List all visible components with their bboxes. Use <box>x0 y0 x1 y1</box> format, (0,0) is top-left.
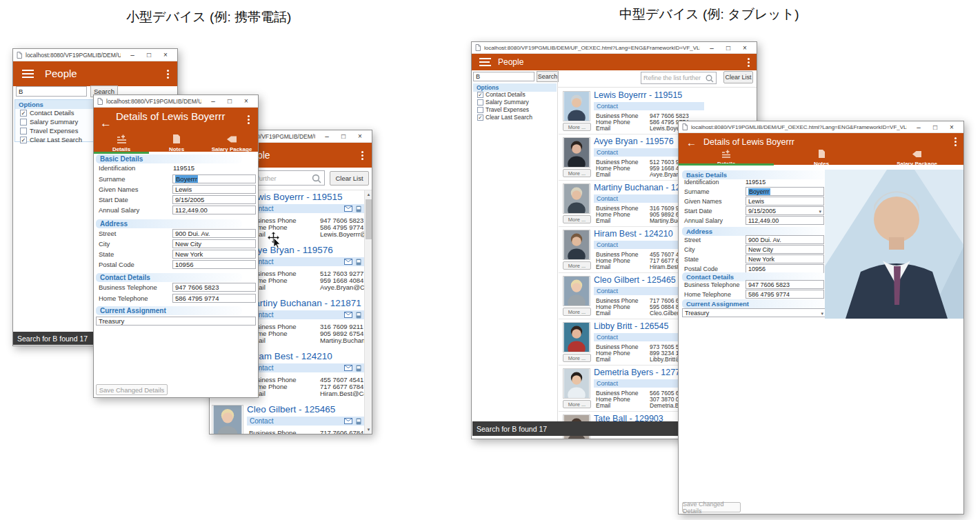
start-date-field[interactable]: 9/15/2005 <box>172 195 256 204</box>
person-name-link[interactable]: Lewis Boyerrr - 119515 <box>594 90 682 100</box>
kebab-menu-icon[interactable] <box>361 154 363 157</box>
more-button[interactable]: More ... <box>563 261 591 270</box>
back-arrow-icon[interactable]: ← <box>100 117 112 129</box>
minimize-button[interactable]: – <box>910 121 927 133</box>
minimize-button[interactable]: – <box>703 42 720 54</box>
option-contact-details[interactable]: ✓Contact Details <box>477 91 526 98</box>
person-name-link[interactable]: Avye Bryan - 119576 <box>594 137 674 146</box>
maximize-button[interactable]: □ <box>141 49 157 61</box>
dropdown-caret-icon[interactable]: ▾ <box>819 209 821 214</box>
annual-salary-field[interactable]: 112,449.00 <box>172 206 256 214</box>
person-name-link[interactable]: Lewis Boyerrr - 119515 <box>247 192 343 202</box>
street-field[interactable]: 900 Dui. Av. <box>172 229 256 238</box>
person-name-link[interactable]: Martiny Buchanan - 121871 <box>247 298 361 308</box>
checkbox[interactable]: ✓ <box>477 114 483 121</box>
option-salary-summary[interactable]: Salary Summary <box>477 99 529 106</box>
kebab-menu-icon[interactable] <box>748 61 750 63</box>
tab-details[interactable]: Details <box>94 134 149 152</box>
city-field[interactable]: New City <box>746 245 824 254</box>
more-button[interactable]: More ... <box>563 400 591 408</box>
close-button[interactable]: × <box>238 95 254 107</box>
home-telephone-field[interactable]: 586 4795 9774 <box>172 294 256 303</box>
start-date-field[interactable]: 9/15/2005▾ <box>746 206 824 215</box>
person-name-link[interactable]: Libby Britt - 126545 <box>594 321 668 331</box>
search-button[interactable]: Search <box>537 71 559 82</box>
annual-salary-field[interactable]: 112,449.00 <box>746 216 824 225</box>
more-button[interactable]: More ... <box>563 354 591 362</box>
back-arrow-icon[interactable]: ← <box>686 137 697 148</box>
scrollbar[interactable]: ▲ ▼ <box>364 190 372 434</box>
maximize-button[interactable]: □ <box>335 130 352 142</box>
person-name-link[interactable]: Hiram Best - 124210 <box>247 351 332 361</box>
scrollbar-thumb[interactable] <box>366 199 372 239</box>
more-button[interactable]: More ... <box>563 123 591 131</box>
mobile-icon[interactable] <box>356 259 361 266</box>
mobile-icon[interactable] <box>356 418 361 425</box>
clear-list-button[interactable]: Clear List <box>330 171 369 186</box>
maximize-button[interactable]: □ <box>927 121 943 133</box>
minimize-button[interactable]: – <box>124 49 141 61</box>
mobile-icon[interactable] <box>356 312 361 319</box>
option-salary-summary[interactable]: Salary Summary <box>20 118 78 126</box>
checkbox[interactable] <box>477 99 483 106</box>
close-button[interactable]: × <box>737 42 753 54</box>
person-name-link[interactable]: Cleo Gilbert - 125465 <box>247 404 335 414</box>
more-button[interactable]: More ... <box>563 308 591 316</box>
save-changed-details-button[interactable]: Save Changed Details <box>96 384 168 395</box>
option-clear-last-search[interactable]: ✓Clear Last Search <box>20 136 82 143</box>
close-button[interactable]: × <box>352 130 368 142</box>
person-name-link[interactable]: Avye Bryan - 119576 <box>247 245 333 255</box>
tab-notes[interactable]: Notes <box>149 134 204 152</box>
business-telephone-field[interactable]: 947 7606 5823 <box>172 283 256 292</box>
hamburger-menu-icon[interactable] <box>22 73 34 74</box>
more-button[interactable]: More ... <box>563 215 591 223</box>
checkbox[interactable]: ✓ <box>477 92 483 98</box>
checkbox[interactable]: ✓ <box>20 110 27 117</box>
person-name-link[interactable]: Hiram Best - 124210 <box>594 229 673 239</box>
option-clear-last-search[interactable]: ✓Clear Last Search <box>477 114 532 121</box>
minimize-button[interactable]: – <box>319 130 335 142</box>
option-contact-details[interactable]: ✓Contact Details <box>20 109 74 117</box>
more-button[interactable]: More ... <box>563 169 591 177</box>
search-input[interactable]: B <box>16 86 87 97</box>
current-assignment-field[interactable]: Treasury <box>96 317 256 326</box>
email-icon[interactable] <box>344 259 352 265</box>
kebab-menu-icon[interactable] <box>167 73 169 75</box>
city-field[interactable]: New City <box>172 239 256 248</box>
email-icon[interactable] <box>344 312 352 318</box>
dropdown-caret-icon[interactable]: ▾ <box>821 311 823 317</box>
tab-salary-package[interactable]: Salary Package <box>869 148 964 167</box>
surname-field[interactable]: Boyerrr <box>172 174 256 183</box>
mobile-icon[interactable] <box>356 365 361 372</box>
close-button[interactable]: × <box>157 49 174 61</box>
option-travel-expenses[interactable]: Travel Expenses <box>477 106 529 113</box>
state-field[interactable]: New York <box>746 254 824 263</box>
minimize-button[interactable]: – <box>205 95 221 107</box>
search-input[interactable]: B <box>473 72 534 81</box>
save-changed-details-button[interactable]: Save Changed Details <box>682 502 741 512</box>
tab-notes[interactable]: Notes <box>774 148 869 167</box>
given-names-field[interactable]: Lewis <box>746 197 824 206</box>
checkbox[interactable] <box>477 107 483 113</box>
scroll-up-icon[interactable]: ▲ <box>365 190 372 199</box>
email-icon[interactable] <box>344 206 352 212</box>
checkbox[interactable] <box>20 119 27 126</box>
home-telephone-field[interactable]: 586 4795 9774 <box>746 290 824 299</box>
business-telephone-field[interactable]: 947 7606 5823 <box>746 280 824 289</box>
postal-code-field[interactable]: 10956 <box>172 260 256 269</box>
person-name-link[interactable]: Cleo Gilbert - 125465 <box>594 275 676 285</box>
checkbox[interactable]: ✓ <box>20 137 27 143</box>
list-item-person[interactable]: Cleo Gilbert - 125465 Contact Business P… <box>210 403 366 434</box>
close-button[interactable]: × <box>943 121 960 133</box>
hamburger-menu-icon[interactable] <box>479 61 490 63</box>
clear-list-button[interactable]: Clear List <box>723 71 753 83</box>
current-assignment-field[interactable]: Treasury▾ <box>682 308 826 317</box>
state-field[interactable]: New York <box>172 250 256 259</box>
kebab-menu-icon[interactable] <box>954 141 957 143</box>
option-travel-expenses[interactable]: Travel Expenses <box>20 127 78 134</box>
refine-search-input[interactable]: Refine the list further <box>641 72 717 84</box>
kebab-menu-icon[interactable] <box>248 119 250 121</box>
given-names-field[interactable]: Lewis <box>172 185 256 194</box>
street-field[interactable]: 900 Dui. Av. <box>746 235 824 244</box>
person-name-link[interactable]: Demetria Byers - 12770 <box>594 368 685 377</box>
